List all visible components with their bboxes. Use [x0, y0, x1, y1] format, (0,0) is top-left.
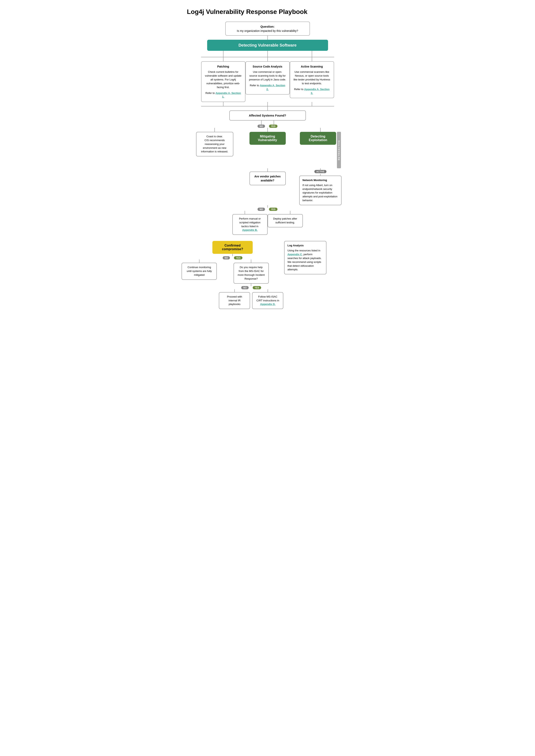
affected-systems-box: Affected Systems Found?	[229, 110, 306, 121]
continue-monitoring-box: Continue monitoring until systems are fu…	[182, 263, 217, 280]
vendor-badge-line	[268, 205, 268, 208]
page-title: Log4j Vulnerability Response Playbook	[187, 8, 348, 15]
detecting-line-top	[320, 128, 321, 132]
no-badge-4: NO	[241, 286, 249, 289]
active-line	[320, 168, 321, 170]
no-badge-1: NO	[258, 125, 265, 128]
card-active-scanning: Active Scanning Use commercial scanners …	[290, 61, 334, 98]
card-source-code-ref: Refer to Appendix A, Section 2.	[249, 84, 286, 91]
yes-badge-2: YES	[269, 208, 277, 211]
active-line2	[320, 174, 321, 176]
detecting-vulnerable-box: Detecting Vulnerable Software	[207, 40, 328, 51]
card-active-scanning-body: Use commercial scanners like Nessus, or …	[294, 70, 330, 85]
proceed-line	[234, 289, 235, 292]
card-patching-heading: Patching	[205, 65, 242, 69]
retroactive-badge: RETROACTIVE	[337, 132, 341, 168]
detecting-exploitation-label: Detecting Exploitation	[309, 135, 327, 142]
confirmed-compromise-box: Confirmed compromise?	[212, 241, 253, 254]
follow-msisac-text: Follow MS-ISAC CIRT instructions in	[256, 295, 279, 302]
yes-badge-4: YES	[253, 286, 261, 289]
card-active-scanning-heading: Active Scanning	[294, 65, 330, 69]
require-line	[251, 259, 251, 263]
coast-clear-text2: CIS recommends reassessing your environm…	[201, 139, 228, 153]
ir-badge-line	[251, 284, 251, 286]
log-analysis-box: Log Analysis Using the resources listed …	[284, 241, 326, 275]
mitigating-label: Mitigating Vulnerability	[258, 135, 277, 142]
coast-clear-text: Coast is clear.	[206, 135, 223, 138]
question-box: Question: Is my organization impacted by…	[225, 21, 310, 36]
appendix-c-link[interactable]: Appendix C	[287, 253, 302, 256]
branch-line-left	[223, 51, 223, 57]
appendix-a-1-link[interactable]: Appendix A, Section 1.	[215, 92, 241, 99]
card-source-code: Source Code Analysis Use commercial or o…	[245, 61, 290, 95]
follow-msisac-box: Follow MS-ISAC CIRT instructions in Appe…	[252, 292, 283, 309]
coast-line	[214, 128, 215, 132]
card-source-code-body: Use commercial or open-source scanning t…	[249, 70, 286, 82]
confirmed-compromise-label: Confirmed compromise?	[222, 244, 243, 251]
require-help-box: Do you require help from the MS-ISAC for…	[234, 263, 269, 283]
connector	[268, 36, 268, 40]
merge-connector	[268, 106, 268, 110]
vendor-patches-box: Are vendor patches available?	[249, 172, 286, 186]
mitigating-line-top	[268, 128, 268, 132]
proceed-ir-box: Proceed with internal IR playbooks	[219, 292, 250, 309]
card-patching: Patching Check current bulletins for vul…	[201, 61, 245, 102]
deploy-patches-box: Deploy patches after sufficient testing.	[268, 214, 303, 227]
compromise-badge-line	[232, 254, 233, 256]
coast-clear-box: Coast is clear. CIS recommends reassessi…	[196, 132, 233, 157]
affected-line-yes	[274, 121, 274, 125]
card-line-left	[223, 57, 223, 61]
mitigating-box: Mitigating Vulnerability	[249, 132, 286, 145]
network-monitoring-body: If not using Albert, turn on endpoint/ne…	[302, 184, 338, 202]
appendix-d-link[interactable]: Appendix D.	[260, 303, 275, 305]
no-badge-2: NO	[258, 208, 265, 211]
merge-line-right	[312, 102, 312, 106]
merge-line-left	[223, 102, 223, 106]
flowchart: Question: Is my organization impacted by…	[187, 21, 348, 309]
active-badge: ACTIVE	[314, 170, 326, 173]
deploy-line	[290, 211, 290, 214]
follow-line	[268, 289, 268, 292]
yes-badge-3: YES	[234, 256, 242, 259]
card-line-center	[268, 57, 268, 61]
detecting-exploitation-box: Detecting Exploitation	[300, 132, 336, 145]
card-active-scanning-ref: Refer to Appendix A, Section 3.	[294, 87, 330, 95]
card-patching-ref: Refer to Appendix A, Section 1.	[205, 91, 242, 99]
appendix-a-3-link[interactable]: Appendix A, Section 3.	[304, 88, 329, 95]
card-line-right	[312, 57, 312, 61]
vendor-line-top	[268, 168, 268, 172]
yes-badge-1: YES	[269, 125, 277, 128]
card-source-code-heading: Source Code Analysis	[249, 65, 286, 69]
branch-line-center	[268, 51, 268, 57]
affected-line-no	[261, 121, 262, 125]
perform-manual-text1: Perform manual or scripted mitigation ta…	[239, 217, 261, 228]
card-patching-body: Check current bulletins for vulnerable s…	[205, 70, 242, 89]
branch-line-right	[312, 51, 312, 57]
perform-manual-box: Perform manual or scripted mitigation ta…	[232, 214, 268, 235]
log-analysis-body: Using the resources listed in Appendix C…	[287, 249, 323, 272]
appendix-a-2-link[interactable]: Appendix A, Section 2.	[260, 84, 285, 91]
network-monitoring-box: Network Monitoring If not using Albert, …	[299, 176, 342, 205]
appendix-b-link[interactable]: Appendix B.	[242, 228, 258, 231]
question-label: Question:	[229, 24, 306, 29]
merge-line-center	[268, 102, 268, 106]
no-badge-3: NO	[223, 256, 230, 259]
log-analysis-heading: Log Analysis	[287, 244, 303, 247]
question-text: Is my organization impacted by this vuln…	[229, 29, 306, 33]
continue-line	[199, 259, 200, 263]
manual-line	[245, 211, 245, 214]
network-monitoring-heading: Network Monitoring	[302, 179, 327, 182]
